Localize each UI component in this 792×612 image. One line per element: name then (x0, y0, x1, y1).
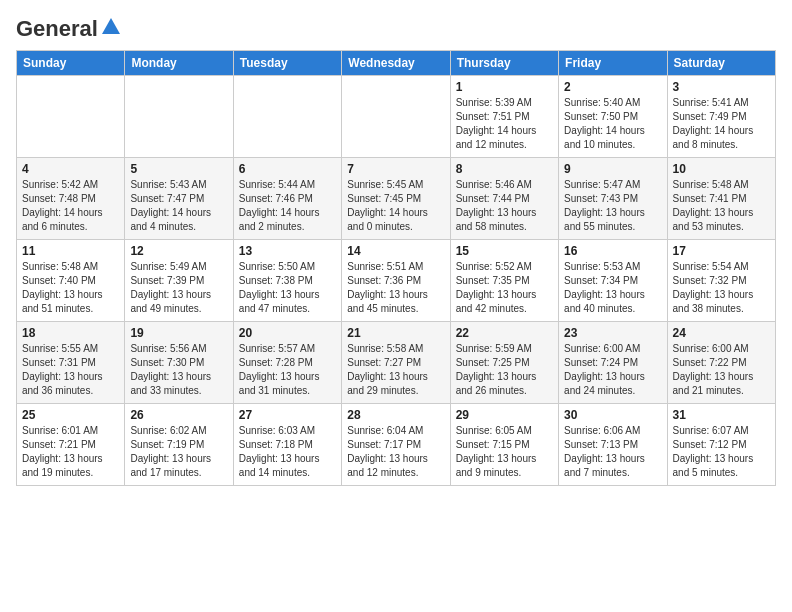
calendar-day-cell: 14Sunrise: 5:51 AMSunset: 7:36 PMDayligh… (342, 240, 450, 322)
day-info: Sunrise: 6:04 AMSunset: 7:17 PMDaylight:… (347, 424, 444, 480)
day-number: 7 (347, 162, 444, 176)
day-info: Sunrise: 5:48 AMSunset: 7:41 PMDaylight:… (673, 178, 770, 234)
day-number: 1 (456, 80, 553, 94)
calendar-header-row: SundayMondayTuesdayWednesdayThursdayFrid… (17, 51, 776, 76)
day-info: Sunrise: 6:03 AMSunset: 7:18 PMDaylight:… (239, 424, 336, 480)
day-number: 26 (130, 408, 227, 422)
day-info: Sunrise: 6:00 AMSunset: 7:22 PMDaylight:… (673, 342, 770, 398)
weekday-header: Thursday (450, 51, 558, 76)
calendar-day-cell: 11Sunrise: 5:48 AMSunset: 7:40 PMDayligh… (17, 240, 125, 322)
calendar-day-cell: 1Sunrise: 5:39 AMSunset: 7:51 PMDaylight… (450, 76, 558, 158)
day-info: Sunrise: 5:58 AMSunset: 7:27 PMDaylight:… (347, 342, 444, 398)
calendar-day-cell: 23Sunrise: 6:00 AMSunset: 7:24 PMDayligh… (559, 322, 667, 404)
weekday-header: Tuesday (233, 51, 341, 76)
day-number: 24 (673, 326, 770, 340)
day-info: Sunrise: 6:00 AMSunset: 7:24 PMDaylight:… (564, 342, 661, 398)
day-number: 3 (673, 80, 770, 94)
day-info: Sunrise: 6:05 AMSunset: 7:15 PMDaylight:… (456, 424, 553, 480)
day-info: Sunrise: 5:46 AMSunset: 7:44 PMDaylight:… (456, 178, 553, 234)
calendar-day-cell: 6Sunrise: 5:44 AMSunset: 7:46 PMDaylight… (233, 158, 341, 240)
day-info: Sunrise: 5:40 AMSunset: 7:50 PMDaylight:… (564, 96, 661, 152)
logo-general-text: General (16, 16, 98, 42)
calendar-day-cell: 4Sunrise: 5:42 AMSunset: 7:48 PMDaylight… (17, 158, 125, 240)
day-info: Sunrise: 6:02 AMSunset: 7:19 PMDaylight:… (130, 424, 227, 480)
day-info: Sunrise: 5:56 AMSunset: 7:30 PMDaylight:… (130, 342, 227, 398)
day-number: 2 (564, 80, 661, 94)
day-number: 23 (564, 326, 661, 340)
calendar-day-cell (233, 76, 341, 158)
calendar-week-row: 4Sunrise: 5:42 AMSunset: 7:48 PMDaylight… (17, 158, 776, 240)
calendar-table: SundayMondayTuesdayWednesdayThursdayFrid… (16, 50, 776, 486)
calendar-day-cell: 22Sunrise: 5:59 AMSunset: 7:25 PMDayligh… (450, 322, 558, 404)
calendar-day-cell: 30Sunrise: 6:06 AMSunset: 7:13 PMDayligh… (559, 404, 667, 486)
day-number: 14 (347, 244, 444, 258)
day-number: 4 (22, 162, 119, 176)
logo: General (16, 16, 122, 38)
day-info: Sunrise: 5:55 AMSunset: 7:31 PMDaylight:… (22, 342, 119, 398)
weekday-header: Friday (559, 51, 667, 76)
day-info: Sunrise: 5:48 AMSunset: 7:40 PMDaylight:… (22, 260, 119, 316)
calendar-day-cell: 13Sunrise: 5:50 AMSunset: 7:38 PMDayligh… (233, 240, 341, 322)
calendar-day-cell: 8Sunrise: 5:46 AMSunset: 7:44 PMDaylight… (450, 158, 558, 240)
day-number: 25 (22, 408, 119, 422)
day-number: 22 (456, 326, 553, 340)
day-info: Sunrise: 5:51 AMSunset: 7:36 PMDaylight:… (347, 260, 444, 316)
day-number: 10 (673, 162, 770, 176)
calendar-day-cell: 27Sunrise: 6:03 AMSunset: 7:18 PMDayligh… (233, 404, 341, 486)
day-number: 20 (239, 326, 336, 340)
calendar-day-cell (125, 76, 233, 158)
logo-icon (100, 16, 122, 38)
calendar-day-cell (17, 76, 125, 158)
weekday-header: Saturday (667, 51, 775, 76)
day-info: Sunrise: 5:47 AMSunset: 7:43 PMDaylight:… (564, 178, 661, 234)
calendar-day-cell: 3Sunrise: 5:41 AMSunset: 7:49 PMDaylight… (667, 76, 775, 158)
day-info: Sunrise: 5:54 AMSunset: 7:32 PMDaylight:… (673, 260, 770, 316)
calendar-day-cell: 5Sunrise: 5:43 AMSunset: 7:47 PMDaylight… (125, 158, 233, 240)
day-number: 17 (673, 244, 770, 258)
day-info: Sunrise: 5:53 AMSunset: 7:34 PMDaylight:… (564, 260, 661, 316)
calendar-day-cell: 16Sunrise: 5:53 AMSunset: 7:34 PMDayligh… (559, 240, 667, 322)
day-number: 9 (564, 162, 661, 176)
day-info: Sunrise: 5:59 AMSunset: 7:25 PMDaylight:… (456, 342, 553, 398)
day-number: 12 (130, 244, 227, 258)
day-info: Sunrise: 6:01 AMSunset: 7:21 PMDaylight:… (22, 424, 119, 480)
day-info: Sunrise: 5:57 AMSunset: 7:28 PMDaylight:… (239, 342, 336, 398)
day-info: Sunrise: 5:44 AMSunset: 7:46 PMDaylight:… (239, 178, 336, 234)
calendar-week-row: 25Sunrise: 6:01 AMSunset: 7:21 PMDayligh… (17, 404, 776, 486)
day-number: 19 (130, 326, 227, 340)
calendar-day-cell: 25Sunrise: 6:01 AMSunset: 7:21 PMDayligh… (17, 404, 125, 486)
day-info: Sunrise: 6:06 AMSunset: 7:13 PMDaylight:… (564, 424, 661, 480)
calendar-day-cell: 7Sunrise: 5:45 AMSunset: 7:45 PMDaylight… (342, 158, 450, 240)
calendar-week-row: 1Sunrise: 5:39 AMSunset: 7:51 PMDaylight… (17, 76, 776, 158)
calendar-day-cell: 29Sunrise: 6:05 AMSunset: 7:15 PMDayligh… (450, 404, 558, 486)
calendar-day-cell: 19Sunrise: 5:56 AMSunset: 7:30 PMDayligh… (125, 322, 233, 404)
weekday-header: Sunday (17, 51, 125, 76)
calendar-day-cell: 26Sunrise: 6:02 AMSunset: 7:19 PMDayligh… (125, 404, 233, 486)
day-info: Sunrise: 6:07 AMSunset: 7:12 PMDaylight:… (673, 424, 770, 480)
day-info: Sunrise: 5:42 AMSunset: 7:48 PMDaylight:… (22, 178, 119, 234)
calendar-day-cell: 17Sunrise: 5:54 AMSunset: 7:32 PMDayligh… (667, 240, 775, 322)
day-number: 6 (239, 162, 336, 176)
calendar-day-cell: 9Sunrise: 5:47 AMSunset: 7:43 PMDaylight… (559, 158, 667, 240)
calendar-day-cell: 12Sunrise: 5:49 AMSunset: 7:39 PMDayligh… (125, 240, 233, 322)
day-number: 11 (22, 244, 119, 258)
calendar-day-cell: 18Sunrise: 5:55 AMSunset: 7:31 PMDayligh… (17, 322, 125, 404)
calendar-day-cell (342, 76, 450, 158)
day-number: 16 (564, 244, 661, 258)
day-number: 29 (456, 408, 553, 422)
day-number: 30 (564, 408, 661, 422)
weekday-header: Monday (125, 51, 233, 76)
calendar-day-cell: 21Sunrise: 5:58 AMSunset: 7:27 PMDayligh… (342, 322, 450, 404)
day-info: Sunrise: 5:52 AMSunset: 7:35 PMDaylight:… (456, 260, 553, 316)
calendar-day-cell: 2Sunrise: 5:40 AMSunset: 7:50 PMDaylight… (559, 76, 667, 158)
day-number: 15 (456, 244, 553, 258)
day-info: Sunrise: 5:43 AMSunset: 7:47 PMDaylight:… (130, 178, 227, 234)
svg-marker-0 (102, 18, 120, 34)
day-number: 5 (130, 162, 227, 176)
calendar-day-cell: 15Sunrise: 5:52 AMSunset: 7:35 PMDayligh… (450, 240, 558, 322)
page-header: General (16, 16, 776, 38)
calendar-day-cell: 31Sunrise: 6:07 AMSunset: 7:12 PMDayligh… (667, 404, 775, 486)
calendar-day-cell: 20Sunrise: 5:57 AMSunset: 7:28 PMDayligh… (233, 322, 341, 404)
day-number: 13 (239, 244, 336, 258)
day-number: 21 (347, 326, 444, 340)
